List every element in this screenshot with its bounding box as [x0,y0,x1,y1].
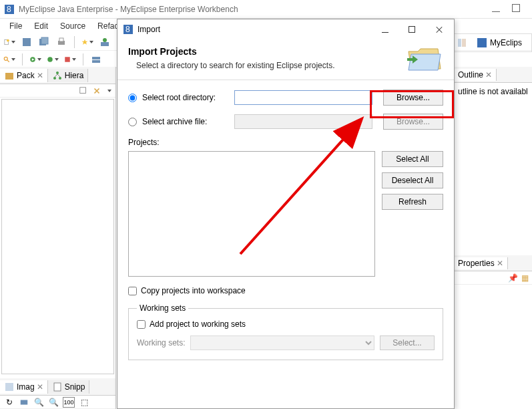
print-button[interactable] [55,35,68,49]
search-button[interactable] [3,53,16,66]
new-button[interactable] [3,35,16,49]
tab-label: Pack [17,71,35,80]
tab-image[interactable]: Imag ✕ [0,380,48,394]
minimize-button[interactable] [492,4,500,12]
pin-icon[interactable]: 📌 [508,273,517,283]
app-icon: 8 [4,4,15,15]
svg-rect-4 [23,38,31,46]
menu-edit[interactable]: Edit [29,20,53,32]
archive-file-input [234,114,372,129]
tab-snippets[interactable]: Snipp [48,380,90,394]
close-icon[interactable]: ✕ [497,259,503,268]
zoom-100-button[interactable]: 100 [63,397,75,408]
image-icon [4,382,15,392]
chevron-down-icon [37,58,41,61]
properties-tabs: Properties ✕ [454,255,532,271]
separator [83,53,83,65]
chevron-down-icon [11,41,15,43]
close-icon[interactable]: ✕ [37,71,43,80]
import-dialog: 8 Import Import Projects Select a direct… [117,19,455,409]
svg-rect-19 [92,60,100,63]
chevron-down-icon [11,58,15,61]
link-editor-button[interactable] [91,86,102,96]
add-to-working-sets-label[interactable]: Add project to working sets [150,319,246,329]
wizard-button[interactable] [81,35,94,49]
tab-label: Imag [17,382,35,392]
menu-file[interactable]: File [4,20,27,32]
root-directory-radio[interactable] [128,94,137,102]
svg-point-16 [47,57,53,62]
open-perspective-button[interactable] [455,36,469,49]
perspective-myeclipse[interactable]: MyEclips [473,36,526,49]
svg-rect-31 [54,383,61,391]
debug-button[interactable] [46,53,59,66]
server-button[interactable] [89,53,103,66]
categories-icon[interactable]: ▦ [520,273,529,283]
tab-label: Hiera [65,71,84,80]
right-panel: Outline ✕ utline is not availabl Propert… [453,67,532,409]
tab-label: Properties [458,259,495,268]
svg-rect-20 [458,39,461,47]
maximize-button[interactable] [512,4,520,12]
dialog-titlebar[interactable]: 8 Import [117,19,454,39]
menu-source[interactable]: Source [55,20,91,32]
deselect-all-button[interactable]: Deselect All [382,172,443,188]
pack-toolbar [0,84,115,98]
deploy-button[interactable] [98,35,111,49]
tab-hierarchy[interactable]: Hiera [48,69,89,82]
prop-toolbar: 📌 ▦ [454,271,532,285]
dialog-close-button[interactable] [429,23,449,36]
refresh-button[interactable]: Refresh [382,194,443,210]
svg-point-12 [4,57,7,60]
run-button[interactable] [29,53,42,66]
preview-icon[interactable] [19,397,29,408]
copy-projects-label[interactable]: Copy projects into workspace [141,286,246,295]
svg-rect-21 [462,39,466,47]
root-directory-input[interactable] [234,90,372,105]
root-directory-label[interactable]: Select root directory: [142,93,229,102]
copy-projects-checkbox[interactable] [128,287,137,295]
ext-tools-button[interactable] [63,53,77,66]
svg-line-27 [55,74,57,77]
archive-file-radio[interactable] [128,118,137,126]
svg-line-28 [57,74,60,77]
tab-outline[interactable]: Outline ✕ [454,69,497,81]
svg-rect-17 [65,57,70,62]
close-icon[interactable]: ✕ [37,382,43,392]
save-button[interactable] [20,35,33,49]
working-sets-label: Working sets: [137,338,185,348]
svg-text:8: 8 [125,25,130,34]
zoom-out-icon[interactable]: 🔍 [33,397,44,408]
working-sets-legend: Working sets [137,303,188,313]
browse-root-button[interactable]: Browse... [383,90,443,106]
select-all-button[interactable]: Select All [382,151,443,167]
svg-rect-18 [92,57,100,59]
separator [74,36,75,48]
add-to-working-sets-checkbox[interactable] [137,320,146,329]
refresh-icon[interactable]: ↻ [4,397,15,408]
dialog-minimize-button[interactable] [375,23,395,36]
import-folder-icon [406,45,443,73]
projects-listbox[interactable] [128,151,375,277]
fit-icon[interactable]: ⬚ [79,397,89,408]
main-titlebar: 8 MyEclipse Java Enterprise - MyEclipse … [0,0,532,19]
img-view-tabs: Imag ✕ Snipp [0,378,115,396]
zoom-in-icon[interactable]: 🔍 [48,397,59,408]
save-all-button[interactable] [37,35,51,49]
svg-text:8: 8 [7,5,11,14]
view-menu-button[interactable] [105,84,113,98]
archive-file-label[interactable]: Select archive file: [142,117,229,126]
svg-line-13 [7,59,9,61]
package-explorer-body[interactable] [1,99,114,374]
close-icon[interactable]: ✕ [485,70,492,80]
browse-archive-button: Browse... [383,114,443,130]
dialog-maximize-button[interactable] [402,23,422,36]
collapse-all-button[interactable] [78,86,89,96]
perspective-label: MyEclips [490,38,522,47]
perspective-icon [477,37,487,48]
svg-rect-8 [59,38,63,41]
tab-package-explorer[interactable]: Pack ✕ [0,69,48,82]
tab-properties[interactable]: Properties ✕ [454,257,508,269]
copy-projects-row: Copy projects into workspace [128,286,443,295]
perspective-switcher: MyEclips [449,33,532,52]
